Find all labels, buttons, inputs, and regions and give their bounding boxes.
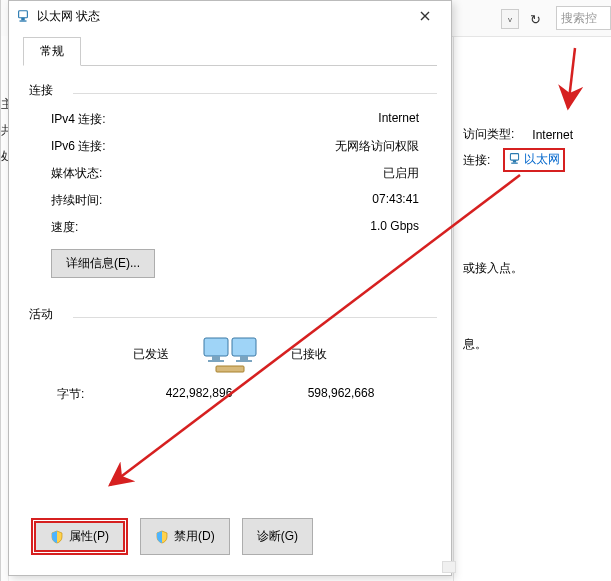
ipv6-value: 无网络访问权限 (335, 138, 419, 155)
svg-rect-4 (21, 18, 25, 21)
svg-rect-0 (511, 153, 519, 160)
network-info-panel: 访问类型: Internet 连接: 以太网 (463, 126, 573, 177)
tab-general[interactable]: 常规 (23, 37, 81, 66)
info-text-1: 或接入点。 (463, 260, 523, 277)
svg-rect-6 (204, 338, 228, 356)
received-header: 已接收 (291, 346, 401, 363)
access-type-label: 访问类型: (463, 126, 514, 143)
bytes-sent-value: 422,982,896 (139, 386, 259, 403)
bytes-label: 字节: (57, 386, 117, 403)
ipv4-label: IPv4 连接: (51, 111, 106, 128)
svg-rect-5 (20, 20, 27, 21)
svg-rect-12 (216, 366, 244, 372)
history-dropdown[interactable]: v (501, 9, 519, 29)
ethernet-link[interactable]: 以太网 (508, 151, 560, 168)
network-adapter-icon (15, 8, 31, 24)
media-state-value: 已启用 (383, 165, 419, 182)
scrollbar-cue (442, 561, 456, 573)
tab-bar: 常规 (23, 37, 437, 66)
properties-button[interactable]: 属性(P) (35, 522, 124, 551)
ethernet-status-dialog: 以太网 状态 常规 连接 IPv4 连接:Internet IPv6 连接:无网… (8, 0, 452, 576)
shield-icon (50, 530, 64, 544)
svg-rect-8 (212, 356, 220, 360)
details-button[interactable]: 详细信息(E)... (51, 249, 155, 278)
access-type-value: Internet (532, 128, 573, 142)
properties-button-label: 属性(P) (69, 528, 109, 545)
disable-button[interactable]: 禁用(D) (140, 518, 230, 555)
dialog-titlebar: 以太网 状态 (9, 1, 451, 31)
search-input[interactable]: 搜索控 (556, 6, 611, 30)
sent-header: 已发送 (59, 346, 169, 363)
diagnose-button-label: 诊断(G) (257, 528, 298, 545)
activity-monitors-icon (195, 330, 265, 378)
bytes-received-value: 598,962,668 (281, 386, 401, 403)
connection-details: IPv4 连接:Internet IPv6 连接:无网络访问权限 媒体状态:已启… (23, 106, 437, 241)
sidebar-frag-3: 处 (1, 148, 8, 174)
shield-icon (155, 530, 169, 544)
close-button[interactable] (405, 3, 445, 29)
sidebar-frag-1: 主 (1, 96, 8, 122)
media-state-label: 媒体状态: (51, 165, 102, 182)
svg-rect-10 (208, 360, 224, 362)
refresh-button[interactable]: ↻ (524, 8, 546, 30)
ipv4-value: Internet (378, 111, 419, 128)
duration-value: 07:43:41 (372, 192, 419, 209)
bg-divider-v (453, 36, 454, 581)
svg-rect-1 (513, 160, 516, 162)
activity-section-label: 活动 (29, 306, 437, 323)
svg-rect-9 (240, 356, 248, 360)
duration-label: 持续时间: (51, 192, 102, 209)
divider (73, 317, 437, 318)
diagnose-button[interactable]: 诊断(G) (242, 518, 313, 555)
ethernet-link-text: 以太网 (524, 151, 560, 168)
svg-rect-3 (19, 11, 28, 18)
network-adapter-icon (508, 152, 521, 168)
speed-label: 速度: (51, 219, 78, 236)
dialog-title: 以太网 状态 (37, 8, 405, 25)
connection-label: 连接: (463, 152, 490, 169)
disable-button-label: 禁用(D) (174, 528, 215, 545)
svg-rect-11 (236, 360, 252, 362)
sidebar-frag-2: 共 (1, 122, 8, 148)
speed-value: 1.0 Gbps (370, 219, 419, 236)
ipv6-label: IPv6 连接: (51, 138, 106, 155)
info-text-2: 息。 (463, 336, 487, 353)
connection-section-label: 连接 (29, 82, 437, 99)
svg-rect-2 (512, 162, 519, 163)
svg-rect-7 (232, 338, 256, 356)
divider (73, 93, 437, 94)
close-icon (420, 11, 430, 21)
